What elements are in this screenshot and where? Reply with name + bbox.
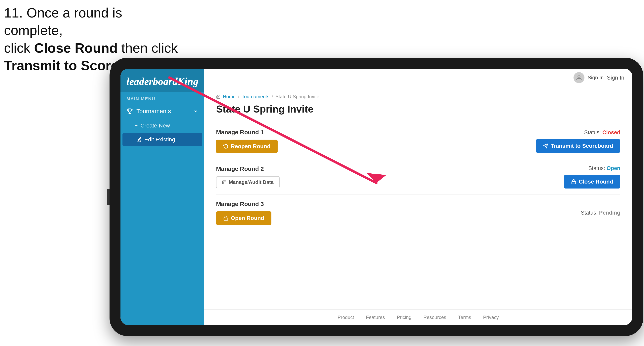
breadcrumb-current: State U Spring Invite	[276, 94, 319, 99]
round-1-label: Manage Round 1	[216, 129, 278, 136]
round-3-label: Manage Round 3	[216, 201, 272, 207]
plus-icon: +	[134, 123, 138, 129]
content-body: Home / Tournaments / State U Spring Invi…	[204, 87, 632, 309]
main-content: Sign In Sign In Home / Tournaments /	[204, 69, 632, 325]
round-2-status: Status: Open	[588, 165, 620, 172]
top-bar: Sign In Sign In	[204, 69, 632, 87]
transmit-to-scoreboard-button[interactable]: Transmit to Scoreboard	[536, 139, 620, 153]
round-1-status: Status: Closed	[584, 130, 620, 136]
svg-rect-9	[224, 218, 228, 220]
breadcrumb-home[interactable]: Home	[223, 94, 236, 99]
breadcrumb: Home / Tournaments / State U Spring Invi…	[216, 94, 620, 99]
reopen-round-button[interactable]: Reopen Round	[216, 140, 278, 153]
tablet-screen: leaderboardKing MAIN MENU Tournaments	[120, 69, 632, 325]
transmit-icon	[543, 143, 548, 149]
footer-link-resources[interactable]: Resources	[423, 315, 446, 320]
sidebar-item-create-new[interactable]: + Create New	[120, 119, 204, 133]
footer-link-product[interactable]: Product	[338, 315, 354, 320]
tablet-side-button	[107, 189, 110, 205]
lock-icon	[571, 179, 576, 184]
home-breadcrumb-icon	[216, 94, 220, 99]
sidebar-logo: leaderboardKing	[120, 69, 204, 92]
sidebar-nav: Tournaments + Create New	[120, 103, 204, 325]
footer: Product Features Pricing Resources Terms…	[204, 309, 632, 325]
app-layout: leaderboardKing MAIN MENU Tournaments	[120, 69, 632, 325]
open-round-icon	[223, 215, 228, 221]
reopen-icon	[223, 144, 228, 149]
trophy-icon	[126, 108, 133, 114]
chevron-down-icon	[193, 109, 198, 114]
avatar	[574, 72, 584, 83]
logo: leaderboardKing	[126, 76, 198, 87]
footer-link-privacy[interactable]: Privacy	[483, 315, 499, 320]
sign-in-link[interactable]: Sign In	[588, 75, 604, 81]
svg-rect-5	[223, 180, 226, 184]
round-row-2: Manage Round 2 Manage/Audit Data Status:	[216, 159, 620, 195]
svg-point-2	[578, 75, 580, 77]
sidebar-item-tournaments[interactable]: Tournaments	[120, 103, 204, 119]
close-round-button[interactable]: Close Round	[564, 175, 620, 188]
svg-rect-8	[572, 181, 576, 184]
round-2-label: Manage Round 2	[216, 166, 280, 172]
sidebar: leaderboardKing MAIN MENU Tournaments	[120, 69, 204, 325]
page-title: State U Spring Invite	[216, 103, 620, 115]
footer-link-pricing[interactable]: Pricing	[397, 315, 412, 320]
round-row-3: Manage Round 3 Open Round Status:	[216, 195, 620, 231]
breadcrumb-tournaments[interactable]: Tournaments	[242, 94, 270, 99]
sidebar-item-edit-existing[interactable]: Edit Existing	[122, 133, 202, 146]
round-row-1: Manage Round 1 Reopen Round Status:	[216, 123, 620, 159]
manage-audit-data-button[interactable]: Manage/Audit Data	[216, 176, 280, 188]
audit-icon	[222, 180, 226, 184]
tablet-frame: leaderboardKing MAIN MENU Tournaments	[110, 58, 643, 336]
sign-in-area: Sign In Sign In	[574, 72, 624, 83]
footer-link-features[interactable]: Features	[366, 315, 385, 320]
footer-link-terms[interactable]: Terms	[458, 315, 471, 320]
edit-icon	[136, 137, 142, 142]
main-menu-label: MAIN MENU	[120, 92, 204, 103]
round-3-status: Status: Pending	[581, 210, 620, 216]
open-round-button[interactable]: Open Round	[216, 211, 272, 225]
